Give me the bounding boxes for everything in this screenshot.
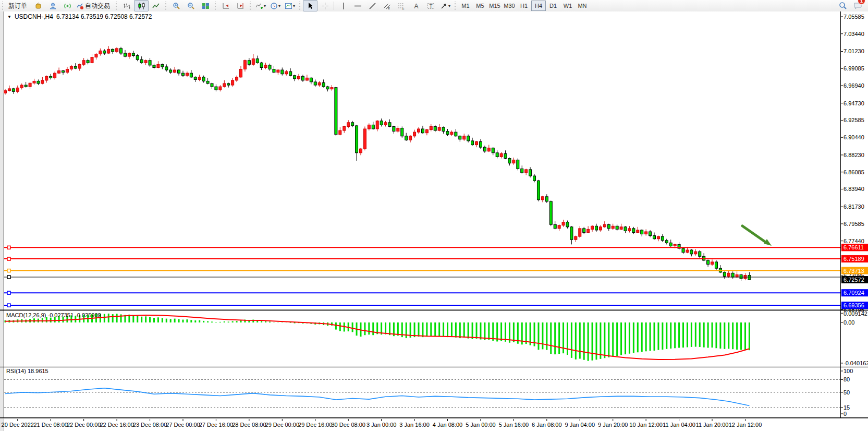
time-axis[interactable]: 20 Dec 202221 Dec 08:0022 Dec 00:0022 De… bbox=[2, 419, 762, 428]
toolbar-grip[interactable] bbox=[454, 2, 457, 10]
candle bbox=[418, 127, 420, 134]
price-tick-label: 7.01230 bbox=[843, 48, 864, 54]
periods-clock-icon bbox=[270, 2, 278, 10]
chart-window[interactable]: 7.055857.034407.012306.990856.969406.947… bbox=[0, 11, 868, 431]
new-order-button[interactable]: 新订单 bbox=[6, 0, 31, 11]
price-tick-label: 6.88230 bbox=[843, 152, 864, 158]
text-button[interactable]: A bbox=[409, 0, 423, 11]
tile-windows-button[interactable] bbox=[198, 0, 213, 11]
chart-shift-button[interactable] bbox=[233, 0, 248, 11]
crosshair-button[interactable] bbox=[317, 0, 332, 11]
line-chart-type-button[interactable] bbox=[149, 0, 163, 11]
line-anchor-handle bbox=[7, 257, 10, 260]
horizontal-line-icon bbox=[354, 2, 362, 10]
channel-icon: E bbox=[383, 2, 391, 10]
timeframe-m1-button[interactable]: M1 bbox=[458, 1, 473, 11]
time-axis-label: 30 Dec 08:00 bbox=[331, 422, 365, 428]
candle bbox=[264, 63, 267, 69]
candlestick-chart-icon bbox=[138, 2, 145, 10]
auto-scroll-button[interactable] bbox=[218, 0, 233, 11]
chevron-down-icon[interactable]: ▼ bbox=[7, 15, 11, 19]
vertical-line-button[interactable] bbox=[336, 0, 350, 11]
candle bbox=[517, 159, 519, 171]
candle bbox=[699, 250, 701, 258]
candle bbox=[363, 126, 366, 150]
add-indicator-button[interactable]: ▾ bbox=[253, 0, 268, 11]
candle bbox=[165, 64, 168, 71]
candle bbox=[285, 70, 288, 76]
candle bbox=[157, 61, 160, 68]
signals-button[interactable] bbox=[60, 0, 75, 11]
cursor-button[interactable] bbox=[303, 0, 317, 11]
chat-button[interactable]: 1 bbox=[850, 0, 865, 11]
line-anchor-handle bbox=[7, 269, 10, 272]
candle bbox=[583, 227, 585, 234]
candle bbox=[740, 274, 742, 281]
timeframe-m30-button[interactable]: M30 bbox=[502, 1, 517, 11]
search-icon bbox=[839, 2, 847, 10]
timeframe-m5-button[interactable]: M5 bbox=[473, 1, 487, 11]
channel-button[interactable]: E bbox=[380, 0, 394, 11]
macd-panel: 0.0091420.00-0.040162 bbox=[5, 310, 868, 366]
rsi-axis-label: 50 bbox=[843, 389, 850, 396]
timeframe-mn-button[interactable]: MN bbox=[575, 1, 590, 11]
timeframe-h4-button[interactable]: H4 bbox=[531, 1, 546, 11]
candle bbox=[356, 125, 358, 161]
toolbar-grip[interactable] bbox=[249, 2, 252, 10]
template-button[interactable]: ▾ bbox=[283, 0, 297, 11]
timeframe-m15-button[interactable]: M15 bbox=[487, 1, 502, 11]
candle bbox=[116, 47, 118, 53]
time-axis-label: 11 Jan 04:00 bbox=[663, 422, 695, 428]
zoom-out-icon bbox=[187, 2, 195, 10]
auto-trading-button[interactable]: 自动交易 bbox=[75, 0, 114, 11]
community-button[interactable] bbox=[45, 0, 60, 11]
candle bbox=[331, 85, 333, 91]
candlestick-chart-type-button[interactable] bbox=[134, 0, 149, 11]
time-axis-label: 4 Jan 08:00 bbox=[433, 422, 463, 428]
candle bbox=[393, 126, 395, 134]
trendline-button[interactable] bbox=[365, 0, 380, 11]
timeframe-h1-button[interactable]: H1 bbox=[517, 1, 531, 11]
market-button[interactable] bbox=[31, 0, 45, 11]
candle bbox=[206, 78, 209, 84]
rsi-axis-label: 15 bbox=[843, 404, 850, 411]
candle bbox=[405, 133, 408, 141]
price-tick-label: 6.86085 bbox=[843, 169, 864, 175]
line-anchor-handle bbox=[7, 276, 10, 279]
candle bbox=[496, 150, 498, 158]
toolbar-grip[interactable] bbox=[2, 2, 4, 10]
toolbar-grip[interactable] bbox=[299, 2, 301, 10]
zoom-out-button[interactable] bbox=[184, 0, 198, 11]
candle bbox=[243, 59, 246, 71]
toolbar-grip[interactable] bbox=[214, 2, 217, 10]
candle bbox=[45, 76, 48, 83]
text-label-button[interactable]: T bbox=[423, 0, 438, 11]
search-button[interactable] bbox=[836, 0, 850, 11]
timeframe-w1-button[interactable]: W1 bbox=[560, 1, 575, 11]
bar-chart-icon bbox=[123, 2, 131, 10]
price-chart[interactable]: 7.055857.034407.012306.990856.969406.947… bbox=[0, 11, 868, 431]
trend-arrow-annotation[interactable] bbox=[742, 226, 772, 246]
horizontal-line-button[interactable] bbox=[350, 0, 365, 11]
candle bbox=[314, 79, 316, 87]
candle bbox=[128, 52, 130, 58]
candle bbox=[149, 58, 151, 67]
toolbar-grip[interactable] bbox=[115, 2, 118, 10]
arrows-shapes-icon bbox=[440, 2, 448, 10]
candle bbox=[744, 273, 747, 280]
chevron-down-icon: ▾ bbox=[278, 4, 280, 8]
candle bbox=[748, 272, 751, 280]
candle bbox=[54, 71, 56, 79]
fibonacci-button[interactable]: F bbox=[394, 0, 409, 11]
bar-chart-type-button[interactable] bbox=[119, 0, 134, 11]
candles-layer[interactable] bbox=[4, 46, 751, 281]
arrows-shapes-button[interactable]: ▾ bbox=[438, 0, 453, 11]
toolbar-grip[interactable] bbox=[165, 2, 167, 10]
candle bbox=[236, 76, 238, 82]
zoom-in-button[interactable] bbox=[169, 0, 184, 11]
periods-button[interactable]: ▾ bbox=[268, 0, 283, 11]
timeframe-d1-button[interactable]: D1 bbox=[546, 1, 560, 11]
candle bbox=[487, 145, 490, 152]
candle bbox=[661, 234, 664, 242]
auto-trading-icon bbox=[76, 2, 84, 10]
